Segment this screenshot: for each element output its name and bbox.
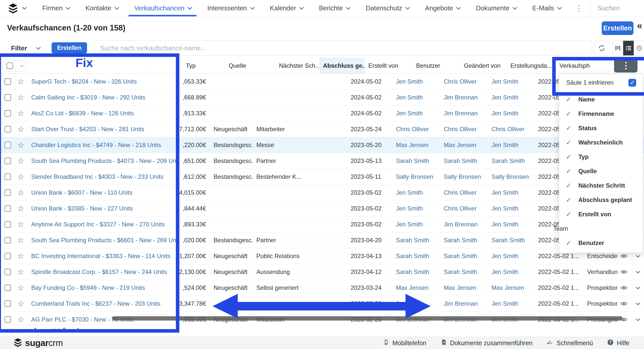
table-row[interactable]: ☆BC Investing International - $3363 - Ne… <box>0 248 644 264</box>
nav-item-interessenten[interactable]: Interessenten <box>199 0 262 16</box>
user-link[interactable]: Jen Smith <box>492 78 518 85</box>
column-header-quelle[interactable]: Quelle <box>225 58 275 74</box>
table-row[interactable]: ☆SuperG Tech - $6204 - New - 326 Units,0… <box>0 74 644 90</box>
user-link[interactable]: Chris Olliver <box>444 205 477 212</box>
favorite-star-icon[interactable]: ☆ <box>17 110 24 117</box>
user-link[interactable]: Jen Smith <box>396 300 423 307</box>
table-row[interactable]: ☆Union Bank - $3385 - New - 227 Units,84… <box>0 201 644 217</box>
row-checkbox[interactable] <box>5 173 11 180</box>
favorite-star-icon[interactable]: ☆ <box>17 268 24 276</box>
column-menu-item-quelle[interactable]: ✓Quelle <box>559 164 643 178</box>
user-link[interactable]: Max Jensen <box>396 142 428 149</box>
column-header-createdby[interactable]: Erstellt von <box>365 58 413 74</box>
user-link[interactable]: Sarah Smith <box>444 237 477 244</box>
user-link[interactable]: Sarah Smith <box>396 253 429 260</box>
user-link[interactable]: Jen Smith <box>396 189 423 196</box>
preview-eye-icon[interactable] <box>620 252 628 260</box>
row-checkbox[interactable] <box>5 158 11 164</box>
column-header-close[interactable]: Abschluss ge...↓ <box>319 58 365 74</box>
user-link[interactable]: Max Jensen <box>444 142 476 149</box>
row-chevron-down-icon[interactable] <box>635 316 641 323</box>
column-menu-item-abschluss-geplant[interactable]: ✓Abschluss geplant <box>559 193 643 207</box>
table-row[interactable]: ☆AtoZ Co Ltd - $6839 - New - 126 Units,9… <box>0 106 644 121</box>
favorite-star-icon[interactable]: ☆ <box>17 173 24 181</box>
opportunity-link[interactable]: BC Investing International - $3363 - New… <box>31 253 170 260</box>
favorite-star-icon[interactable]: ☆ <box>17 252 24 260</box>
user-link[interactable]: Jen Smith <box>492 300 518 307</box>
row-chevron-down-icon[interactable] <box>635 253 641 259</box>
nav-item-dokumente[interactable]: Dokumente <box>468 0 524 16</box>
user-link[interactable]: Chris Olliver <box>444 189 477 196</box>
user-link[interactable]: Jen Smith <box>492 268 518 275</box>
nav-item-firmen[interactable]: Firmen <box>34 0 77 16</box>
table-row[interactable]: ☆Chandler Logistics Inc - $4749 - New - … <box>0 137 644 153</box>
preview-eye-icon[interactable] <box>620 268 628 276</box>
table-row[interactable]: ☆Bay Funding Co - $5949 - New - 219 Unit… <box>0 280 644 296</box>
list-view-button[interactable] <box>623 41 634 55</box>
footer-link-mobiltelefon[interactable]: Mobiltelefon <box>383 339 426 347</box>
favorite-star-icon[interactable]: ☆ <box>17 236 24 244</box>
column-settings-button[interactable] <box>614 59 637 73</box>
column-header-typ[interactable]: Typ <box>182 58 225 74</box>
row-checkbox[interactable] <box>5 316 11 323</box>
user-link[interactable]: Jen Smith <box>396 221 423 228</box>
row-checkbox[interactable] <box>5 78 11 85</box>
user-link[interactable]: Chris Olliver <box>396 126 429 133</box>
column-header-next[interactable]: Nächster Sch... <box>275 58 319 74</box>
user-link[interactable]: Chris Olliver <box>444 78 477 85</box>
user-link[interactable]: Max Jensen <box>444 284 476 291</box>
column-menu-item-erstellt-von[interactable]: ✓Erstellt von <box>559 207 643 221</box>
favorite-star-icon[interactable]: ☆ <box>17 94 24 101</box>
user-link[interactable]: Sarah Smith <box>444 253 477 260</box>
filter-dropdown[interactable]: Filter <box>11 44 27 52</box>
user-link[interactable]: Jen Smith <box>396 94 423 101</box>
row-checkbox[interactable] <box>5 142 11 148</box>
table-row[interactable]: ☆Union Bank - $6007 - New - 110 Units4,0… <box>0 185 644 201</box>
column-menu-item-typ[interactable]: ✓Typ <box>559 150 643 164</box>
table-row[interactable]: ☆Cumberland Trails Inc - $6237 - New - 2… <box>0 296 644 312</box>
favorite-star-icon[interactable]: ☆ <box>17 300 24 307</box>
nav-item-verkaufschancen[interactable]: Verkaufschancen <box>126 0 199 16</box>
user-link[interactable]: Jen Smith <box>396 110 423 117</box>
freeze-checkbox-checked[interactable]: ✓ <box>628 79 636 87</box>
collapse-sidebar-icon[interactable]: « <box>637 20 642 31</box>
user-link[interactable]: Jim Brennan <box>444 300 478 307</box>
row-checkbox[interactable] <box>5 285 11 291</box>
column-menu-item-wahrscheinlich[interactable]: ✓Wahrscheinlich <box>559 135 643 150</box>
user-link[interactable]: Chris Olliver <box>444 126 477 133</box>
table-row[interactable]: ☆Calm Sailing Inc - $3019 - New - 292 Un… <box>0 90 644 106</box>
user-link[interactable]: Jen Smith <box>492 221 518 228</box>
opportunity-link[interactable]: South Sea Plumbing Products - $4073 - Ne… <box>31 157 176 164</box>
column-header-amount[interactable] <box>148 58 182 74</box>
opportunity-link[interactable]: Start Over Trust - $4203 - New - 281 Uni… <box>31 126 144 133</box>
opportunity-link[interactable]: Slender Broadband Inc - $4303 - New - 23… <box>31 173 164 180</box>
nav-item-datenschutz[interactable]: Datenschutz <box>357 0 417 16</box>
user-link[interactable]: Sarah Smith <box>444 157 477 164</box>
opportunity-link[interactable]: Union Bank - $3385 - New - 227 Units <box>31 205 133 212</box>
row-checkbox[interactable] <box>5 237 11 243</box>
horizontal-scrollbar[interactable] <box>112 316 623 321</box>
user-link[interactable]: Sally Bronsen <box>396 173 433 180</box>
nav-item-kalender[interactable]: Kalender <box>262 0 311 16</box>
user-link[interactable]: Sarah Smith <box>396 157 429 164</box>
opportunity-link[interactable]: Bay Funding Co - $5949 - New - 219 Units <box>31 284 145 291</box>
row-checkbox[interactable] <box>5 221 11 228</box>
user-link[interactable]: Jen Smith <box>492 94 518 101</box>
footer-link-schnellmenü[interactable]: Schnellmenü <box>546 339 593 347</box>
user-link[interactable]: Max Jensen <box>492 284 524 291</box>
pipeline-view-button[interactable] <box>613 41 623 55</box>
row-checkbox[interactable] <box>5 269 11 275</box>
opportunity-link[interactable]: Cumberland Trails Inc - $6237 - New - 20… <box>31 300 160 307</box>
favorite-star-icon[interactable]: ☆ <box>17 316 24 323</box>
user-link[interactable]: Jen Smith <box>396 205 423 212</box>
user-link[interactable]: Sarah Smith <box>396 268 429 275</box>
preview-eye-icon[interactable] <box>620 300 628 307</box>
create-button[interactable]: Erstellen <box>602 21 633 35</box>
row-checkbox[interactable] <box>5 189 11 196</box>
column-menu-item-name[interactable]: ✓Name <box>559 92 643 107</box>
row-checkbox[interactable] <box>5 126 11 132</box>
favorite-star-icon[interactable]: ☆ <box>17 284 24 292</box>
opportunity-link[interactable]: Calm Sailing Inc - $3019 - New - 292 Uni… <box>31 94 145 101</box>
row-checkbox[interactable] <box>5 253 11 259</box>
favorite-star-icon[interactable]: ☆ <box>17 125 24 133</box>
